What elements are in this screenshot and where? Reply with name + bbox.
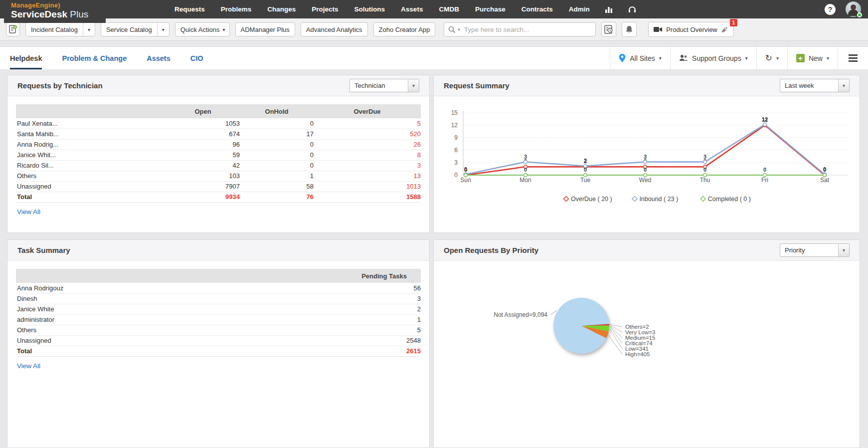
user-avatar[interactable] xyxy=(846,1,861,17)
svg-text:3: 3 xyxy=(524,154,527,160)
nav-contracts[interactable]: Contracts xyxy=(514,0,561,18)
task-summary-table: Pending Tasks Anna Rodrigouz56Dinesh3Jan… xyxy=(16,269,421,357)
table-row: Anna Rodrig...96026 xyxy=(16,139,421,150)
svg-text:3: 3 xyxy=(703,154,706,160)
nav-requests[interactable]: Requests xyxy=(167,0,213,18)
nav-admin[interactable]: Admin xyxy=(561,0,598,18)
svg-text:Sat: Sat xyxy=(820,177,830,184)
svg-text:0: 0 xyxy=(524,167,527,173)
advanced-analytics-button[interactable]: Advanced Analytics xyxy=(301,22,368,36)
table-row: Unassigned2548 xyxy=(16,335,421,346)
tab-cio[interactable]: CIO xyxy=(190,47,203,69)
svg-text:Completed ( 0 ): Completed ( 0 ) xyxy=(708,196,751,203)
manageengine-logo-text: ManageEngine) xyxy=(11,1,106,9)
priority-pie-chart: Not Assigned=9,094Others=2Very Low=3Medi… xyxy=(434,261,860,448)
table-row: administrator1 xyxy=(16,314,421,325)
requests-by-technician-panel: Requests by Technician Technician ▾ Open… xyxy=(7,75,430,233)
new-incident-doc-icon[interactable] xyxy=(6,22,20,36)
svg-text:Fri: Fri xyxy=(761,177,768,184)
quick-actions-dropdown[interactable]: Quick Actions ▾ xyxy=(175,22,230,36)
zoho-creator-app-button[interactable]: Zoho Creator App xyxy=(373,22,436,36)
servicedesk-plus-logo-text: ServiceDesk Plus xyxy=(11,9,106,19)
view-all-link[interactable]: View All xyxy=(17,208,40,216)
panel-title: Requests by Technician xyxy=(17,81,103,90)
admanager-plus-button[interactable]: ADManager Plus xyxy=(235,22,295,36)
notifications-bell-icon[interactable] xyxy=(622,22,637,37)
chevron-down-icon: ▾ xyxy=(223,27,225,32)
quick-toolbar: Incident Catalog ▾ Service Catalog ▾ Qui… xyxy=(0,18,868,41)
table-row: Dinesh3 xyxy=(16,293,421,304)
table-row: Ricardo Sil...4203 xyxy=(16,160,421,171)
period-filter-select[interactable]: Last week ▾ xyxy=(780,79,850,92)
table-total-row: Total9934761588 xyxy=(16,192,421,202)
nav-projects[interactable]: Projects xyxy=(304,0,346,18)
nav-cmdb[interactable]: CMDB xyxy=(431,0,467,18)
chevron-down-icon: ▾ xyxy=(776,55,779,61)
online-status-dot xyxy=(857,12,862,17)
nav-purchase[interactable]: Purchase xyxy=(467,0,514,18)
all-sites-dropdown[interactable]: All Sites ▾ xyxy=(610,47,670,69)
col-technician xyxy=(16,104,166,118)
table-row: Unassigned7907581013 xyxy=(16,181,421,192)
nav-assets[interactable]: Assets xyxy=(393,0,431,18)
priority-filter-select[interactable]: Priority ▾ xyxy=(780,243,850,257)
headset-icon[interactable] xyxy=(621,0,644,18)
support-groups-dropdown[interactable]: Support Groups ▾ xyxy=(670,47,756,69)
svg-text:3: 3 xyxy=(454,159,458,166)
svg-text:OverDue ( 20 ): OverDue ( 20 ) xyxy=(571,196,612,203)
chevron-down-icon: ▾ xyxy=(408,79,419,92)
help-icon[interactable]: ? xyxy=(825,4,836,15)
hamburger-menu-icon[interactable] xyxy=(838,47,868,69)
table-row: Others103113 xyxy=(16,171,421,181)
search-scope-caret-icon[interactable]: ▾ xyxy=(458,27,460,32)
svg-text:3: 3 xyxy=(644,154,647,160)
svg-text:Inbound ( 23 ): Inbound ( 23 ) xyxy=(639,196,678,203)
nav-solutions[interactable]: Solutions xyxy=(347,0,393,18)
video-camera-icon xyxy=(654,26,663,32)
incident-catalog-dropdown[interactable]: Incident Catalog ▾ xyxy=(25,22,95,36)
refresh-icon: ↻ xyxy=(765,53,772,63)
chevron-down-icon: ▾ xyxy=(827,55,829,61)
panel-title: Open Requests By Priority xyxy=(444,246,538,254)
view-all-link[interactable]: View All xyxy=(17,362,40,370)
svg-text:0: 0 xyxy=(823,167,826,173)
top-navigation-bar: Requests Problems Changes Projects Solut… xyxy=(0,0,868,18)
chevron-down-icon[interactable]: ▾ xyxy=(83,23,95,36)
svg-text:0: 0 xyxy=(454,172,458,179)
technician-filter-select[interactable]: Technician ▾ xyxy=(349,79,419,92)
global-search-input[interactable]: ▾ Type here to search... xyxy=(444,22,596,36)
tab-problem-change[interactable]: Problem & Change xyxy=(62,47,127,69)
svg-text:0: 0 xyxy=(584,167,587,173)
svg-text:Thu: Thu xyxy=(700,177,710,184)
svg-text:Sun: Sun xyxy=(460,177,471,184)
svg-text:Tue: Tue xyxy=(580,177,591,184)
service-catalog-dropdown[interactable]: Service Catalog ▾ xyxy=(101,22,170,36)
chevron-down-icon[interactable]: ▾ xyxy=(157,23,169,36)
tab-helpdesk[interactable]: Helpdesk xyxy=(10,47,42,69)
refresh-dropdown[interactable]: ↻ ▾ xyxy=(756,47,787,69)
col-pending-tasks: Pending Tasks xyxy=(314,269,421,283)
nav-changes[interactable]: Changes xyxy=(259,0,304,18)
chevron-down-icon: ▾ xyxy=(838,79,849,92)
table-row: Anna Rodrigouz56 xyxy=(16,283,421,293)
table-row: Others5 xyxy=(16,325,421,335)
product-overview-button[interactable]: Product Overview 1 xyxy=(648,22,734,37)
panel-title: Task Summary xyxy=(17,246,70,254)
chevron-down-icon: ▾ xyxy=(745,55,748,61)
tab-assets[interactable]: Assets xyxy=(147,47,171,69)
svg-text:12: 12 xyxy=(762,116,768,122)
nav-problems[interactable]: Problems xyxy=(213,0,260,18)
rocket-icon xyxy=(721,26,728,33)
people-icon xyxy=(679,54,688,62)
recent-items-icon[interactable] xyxy=(601,22,616,37)
table-total-row: Total2615 xyxy=(16,346,421,356)
reports-chart-icon[interactable] xyxy=(598,0,621,18)
new-dropdown[interactable]: + New ▾ xyxy=(787,47,838,69)
location-pin-icon xyxy=(619,54,626,63)
main-nav: Requests Problems Changes Projects Solut… xyxy=(167,0,644,18)
svg-text:12: 12 xyxy=(451,122,458,129)
svg-text:0: 0 xyxy=(703,167,706,173)
svg-text:Wed: Wed xyxy=(639,177,651,184)
svg-text:Mon: Mon xyxy=(520,177,531,184)
svg-text:9: 9 xyxy=(454,134,458,141)
